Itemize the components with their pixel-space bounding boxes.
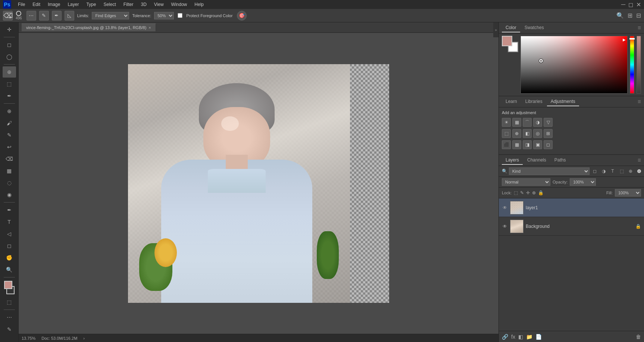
- brightness-contrast-icon[interactable]: ☀: [502, 118, 511, 127]
- menu-filter[interactable]: Filter: [121, 1, 137, 8]
- background-visibility[interactable]: 👁: [502, 223, 508, 229]
- blur-tool[interactable]: ◌: [3, 177, 16, 188]
- app-frame-icon[interactable]: ⊟: [636, 12, 641, 19]
- quick-mask-mode[interactable]: ⬚: [3, 296, 16, 308]
- add-mask-icon[interactable]: ◧: [518, 334, 523, 340]
- fg-bg-color-swatch[interactable]: [3, 281, 16, 294]
- hue-slider[interactable]: [630, 36, 634, 94]
- tab-layers[interactable]: Layers: [502, 156, 523, 165]
- hue-saturation-icon[interactable]: ⬚: [502, 129, 511, 138]
- sample-icon-btn[interactable]: 🎯: [237, 11, 247, 21]
- color-panel-menu-icon[interactable]: ☰: [638, 26, 641, 30]
- menu-edit[interactable]: Edit: [29, 1, 43, 8]
- move-tool[interactable]: ✛: [3, 24, 16, 35]
- threshold-icon[interactable]: ◨: [523, 140, 532, 149]
- alpha-slider[interactable]: [637, 36, 641, 94]
- collapse-handle[interactable]: »: [493, 22, 498, 37]
- color-balance-icon[interactable]: ⊕: [512, 129, 521, 138]
- blend-mode-select[interactable]: Normal: [502, 178, 550, 186]
- opacity-select[interactable]: 100%: [570, 178, 596, 186]
- path-selection-tool[interactable]: ◁: [3, 228, 16, 239]
- color-menu-triangle[interactable]: ▶: [623, 38, 626, 42]
- adjustments-panel-menu[interactable]: ☰: [638, 100, 641, 104]
- canvas-wrapper[interactable]: [19, 33, 498, 334]
- filter-smart-icon[interactable]: ⊕: [627, 167, 634, 175]
- history-brush-tool[interactable]: ↩: [3, 141, 16, 153]
- posterize-icon[interactable]: ▦: [512, 140, 521, 149]
- menu-type[interactable]: Type: [83, 1, 99, 8]
- minimize-icon[interactable]: ─: [621, 1, 625, 8]
- layers-kind-select[interactable]: Kind: [509, 167, 590, 175]
- clone-stamp-tool[interactable]: ✎: [3, 129, 16, 141]
- document-tab[interactable]: vince-fleming-_THUIs23CI-unsplash.jpg @ …: [22, 23, 156, 31]
- layers-panel-menu[interactable]: ☰: [638, 158, 641, 162]
- lock-position-icon[interactable]: ✛: [526, 190, 530, 195]
- create-layer-icon[interactable]: 📄: [535, 334, 542, 340]
- mode-btn-1[interactable]: ✎: [39, 11, 49, 21]
- restore-icon[interactable]: ◻: [628, 1, 633, 8]
- spot-healing-tool[interactable]: ⊕: [3, 106, 16, 117]
- color-gradient-picker[interactable]: ▶: [520, 36, 628, 94]
- link-layers-icon[interactable]: 🔗: [502, 334, 508, 340]
- filter-adjustment-icon[interactable]: ◑: [600, 167, 607, 175]
- rectangular-marquee-tool[interactable]: ◻: [3, 39, 16, 50]
- tab-close-btn[interactable]: ×: [149, 25, 151, 30]
- hand-tool[interactable]: ✊: [3, 252, 16, 263]
- background-layer-item[interactable]: 👁 Background 🔒: [499, 217, 644, 236]
- brush-preset-btn[interactable]: ⋯: [26, 11, 36, 21]
- layer1-visibility[interactable]: 👁: [502, 205, 508, 211]
- extra-tools[interactable]: ⋯: [3, 312, 16, 323]
- tab-paths[interactable]: Paths: [551, 156, 570, 165]
- eyedropper-tool[interactable]: ✒: [3, 90, 16, 101]
- tab-swatches[interactable]: Swatches: [521, 23, 548, 32]
- tool-selector[interactable]: ⌫ ▼: [3, 11, 13, 21]
- channel-mixer-icon[interactable]: ⊞: [544, 129, 553, 138]
- protect-fg-checkbox[interactable]: [178, 13, 182, 18]
- curves-icon[interactable]: ⌒: [523, 118, 532, 127]
- black-white-icon[interactable]: ◧: [523, 129, 532, 138]
- filter-pixel-icon[interactable]: ◻: [591, 167, 598, 175]
- menu-help[interactable]: Help: [191, 1, 207, 8]
- tab-color[interactable]: Color: [502, 23, 520, 32]
- zoom-tool[interactable]: 🔍: [3, 264, 16, 275]
- add-style-icon[interactable]: fx: [511, 334, 515, 340]
- filter-type-icon[interactable]: T: [609, 167, 616, 175]
- lock-pixels-icon[interactable]: ✎: [520, 190, 524, 195]
- menu-image[interactable]: Image: [45, 1, 63, 8]
- layer1-item[interactable]: 👁 layer1: [499, 198, 644, 217]
- exposure-icon[interactable]: ◑: [533, 118, 542, 127]
- edit-toolbar-btn[interactable]: ✎: [3, 324, 16, 335]
- gradient-tool[interactable]: ▦: [3, 165, 16, 176]
- levels-icon[interactable]: ▦: [512, 118, 521, 127]
- tab-adjustments[interactable]: Adjustments: [547, 97, 579, 106]
- filter-toggle-dot[interactable]: [637, 169, 641, 173]
- limits-select[interactable]: Find Edges Contiguous Discontiguous: [92, 12, 129, 19]
- photo-filter-icon[interactable]: ◎: [533, 129, 542, 138]
- fg-color-box[interactable]: [502, 36, 512, 46]
- mode-btn-2[interactable]: ✒: [52, 11, 62, 21]
- menu-window[interactable]: Window: [168, 1, 190, 8]
- menu-3d[interactable]: 3D: [138, 1, 149, 8]
- tab-channels[interactable]: Channels: [523, 156, 550, 165]
- tolerance-select[interactable]: 50% 25% 75%: [154, 12, 174, 19]
- type-tool[interactable]: T: [3, 216, 16, 228]
- delete-layer-icon[interactable]: 🗑: [636, 334, 641, 340]
- workspace-icon[interactable]: ⊞: [628, 12, 632, 19]
- foreground-color-chip[interactable]: [4, 281, 12, 289]
- tab-learn[interactable]: Learn: [502, 97, 521, 106]
- selective-color-icon[interactable]: ◻: [544, 140, 553, 149]
- pen-tool[interactable]: ✒: [3, 204, 16, 216]
- tab-libraries[interactable]: Libraries: [522, 97, 546, 106]
- filter-shape-icon[interactable]: ⬚: [618, 167, 625, 175]
- status-arrow[interactable]: ›: [83, 336, 85, 341]
- close-icon[interactable]: ✕: [636, 1, 641, 8]
- search-icon[interactable]: 🔍: [616, 12, 624, 19]
- brush-tool[interactable]: 🖌: [3, 117, 16, 129]
- shape-tool[interactable]: ◻: [3, 240, 16, 251]
- create-group-icon[interactable]: 📁: [526, 334, 532, 340]
- menu-view[interactable]: View: [151, 1, 167, 8]
- invert-icon[interactable]: ⬛: [502, 140, 511, 149]
- mode-btn-3[interactable]: ◺: [65, 11, 74, 21]
- lasso-tool[interactable]: ◯: [3, 51, 16, 62]
- menu-select[interactable]: Select: [100, 1, 119, 8]
